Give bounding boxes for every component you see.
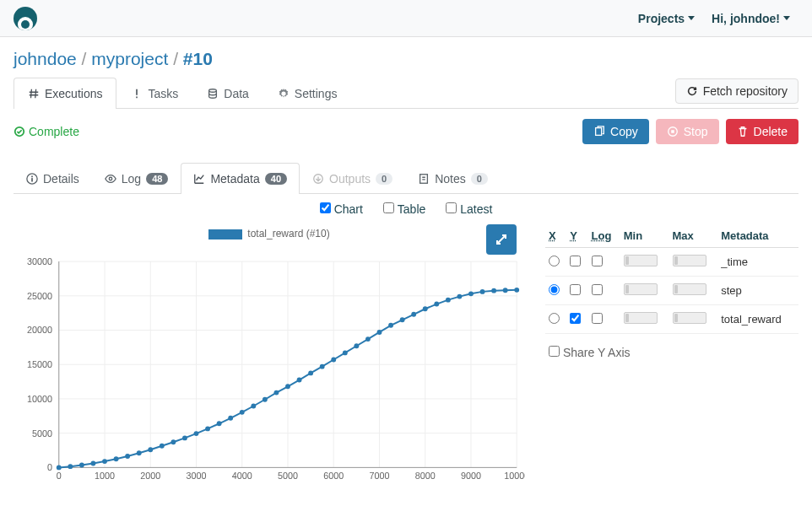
col-min: Min	[620, 224, 669, 248]
svg-rect-6	[671, 130, 674, 133]
view-latest-option[interactable]: Latest	[446, 202, 492, 216]
svg-rect-1	[137, 97, 138, 99]
metadata-controls: X Y Log Min Max Metadata _timesteptotal_…	[545, 224, 798, 502]
caret-down-icon	[688, 16, 695, 20]
svg-point-83	[423, 306, 428, 311]
svg-point-91	[514, 288, 519, 293]
svg-rect-0	[137, 89, 138, 95]
svg-point-90	[503, 288, 508, 293]
share-y-option[interactable]: Share Y Axis	[549, 346, 631, 359]
col-max: Max	[669, 224, 718, 248]
svg-point-56	[114, 456, 119, 461]
svg-text:7000: 7000	[370, 471, 390, 481]
breadcrumb-user[interactable]: johndoe	[14, 49, 77, 68]
min-slider[interactable]	[624, 255, 658, 266]
svg-point-78	[365, 336, 371, 342]
projects-dropdown[interactable]: Projects	[630, 5, 703, 32]
min-slider[interactable]	[624, 283, 658, 295]
metadata-chart[interactable]: 0100020003000400050006000700080009000100…	[14, 246, 525, 499]
expand-chart-button[interactable]	[486, 224, 517, 255]
max-slider[interactable]	[673, 255, 706, 266]
max-slider[interactable]	[673, 312, 706, 324]
metadata-row: _time	[545, 248, 798, 277]
main-tabs: Executions Tasks Data Settings Fetch rep…	[14, 78, 798, 109]
svg-point-82	[411, 312, 416, 317]
svg-point-69	[263, 397, 268, 402]
tab-settings[interactable]: Settings	[263, 78, 352, 109]
y-checkbox[interactable]	[570, 256, 581, 266]
svg-point-70	[273, 390, 279, 396]
tab-tasks[interactable]: Tasks	[116, 78, 192, 109]
log-checkbox[interactable]	[592, 284, 603, 295]
log-checkbox[interactable]	[592, 256, 603, 266]
delete-button[interactable]: Delete	[726, 119, 798, 144]
view-chart-checkbox[interactable]	[320, 202, 331, 213]
svg-point-63	[194, 431, 199, 436]
svg-point-62	[182, 435, 187, 440]
svg-text:5000: 5000	[278, 471, 298, 481]
view-table-checkbox[interactable]	[383, 202, 394, 213]
svg-rect-9	[31, 176, 33, 178]
x-radio[interactable]	[549, 256, 560, 266]
col-metadata: Metadata	[717, 224, 798, 248]
subtab-details[interactable]: Details	[14, 163, 92, 194]
metadata-row: total_reward	[545, 305, 798, 334]
copy-button[interactable]: Copy	[582, 119, 649, 144]
breadcrumb-project[interactable]: myproject	[91, 49, 168, 68]
y-checkbox[interactable]	[570, 313, 581, 324]
user-dropdown[interactable]: Hi, johndoe!	[703, 5, 798, 32]
copy-icon	[593, 126, 605, 137]
sub-tabs: Details Log 48 Metadata 40 Outputs 0 Not…	[14, 163, 798, 194]
chart-line-icon	[193, 173, 205, 185]
info-icon	[26, 173, 38, 185]
svg-point-81	[400, 317, 405, 322]
min-slider[interactable]	[624, 312, 658, 324]
chart-panel: total_reward (#10) 010002000300040005000…	[14, 224, 525, 502]
view-table-option[interactable]: Table	[383, 202, 425, 216]
svg-point-68	[251, 404, 256, 409]
svg-point-60	[160, 444, 165, 449]
svg-text:2000: 2000	[140, 471, 160, 481]
svg-text:10000: 10000	[504, 471, 525, 481]
svg-point-79	[377, 330, 382, 335]
svg-point-64	[205, 426, 210, 431]
svg-text:3000: 3000	[187, 471, 207, 481]
view-chart-option[interactable]: Chart	[320, 202, 363, 216]
view-latest-checkbox[interactable]	[446, 202, 457, 213]
x-radio[interactable]	[549, 284, 560, 295]
exclamation-icon	[131, 88, 143, 100]
subtab-outputs[interactable]: Outputs 0	[300, 163, 405, 194]
svg-point-72	[297, 378, 302, 383]
chart-legend: total_reward (#10)	[14, 224, 525, 246]
x-radio[interactable]	[549, 313, 560, 324]
caret-down-icon	[783, 16, 790, 20]
share-y-checkbox[interactable]	[549, 346, 560, 357]
tab-executions[interactable]: Executions	[14, 78, 116, 109]
col-log[interactable]: Log	[588, 224, 620, 248]
svg-text:5000: 5000	[32, 428, 52, 439]
svg-point-2	[209, 89, 217, 93]
log-checkbox[interactable]	[592, 313, 603, 324]
tab-data[interactable]: Data	[192, 78, 263, 109]
subtab-metadata[interactable]: Metadata 40	[181, 163, 300, 194]
status-row: Complete Copy Stop Delete	[14, 109, 798, 154]
col-x[interactable]: X	[545, 224, 566, 248]
svg-text:10000: 10000	[27, 394, 52, 404]
app-logo[interactable]	[14, 7, 37, 30]
y-checkbox[interactable]	[570, 284, 581, 295]
check-circle-icon	[14, 126, 25, 137]
max-slider[interactable]	[673, 283, 706, 295]
svg-rect-8	[31, 178, 33, 181]
svg-text:20000: 20000	[27, 325, 52, 335]
metadata-name: _time	[717, 248, 798, 277]
svg-point-55	[102, 459, 107, 464]
database-icon	[207, 88, 219, 100]
outputs-count-badge: 0	[376, 173, 392, 185]
subtab-notes[interactable]: Notes 0	[405, 163, 501, 194]
fetch-repository-button[interactable]: Fetch repository	[675, 78, 798, 104]
svg-point-10	[109, 177, 112, 180]
svg-text:30000: 30000	[27, 256, 52, 266]
subtab-log[interactable]: Log 48	[92, 163, 181, 194]
col-y[interactable]: Y	[566, 224, 587, 248]
svg-point-66	[228, 416, 233, 421]
